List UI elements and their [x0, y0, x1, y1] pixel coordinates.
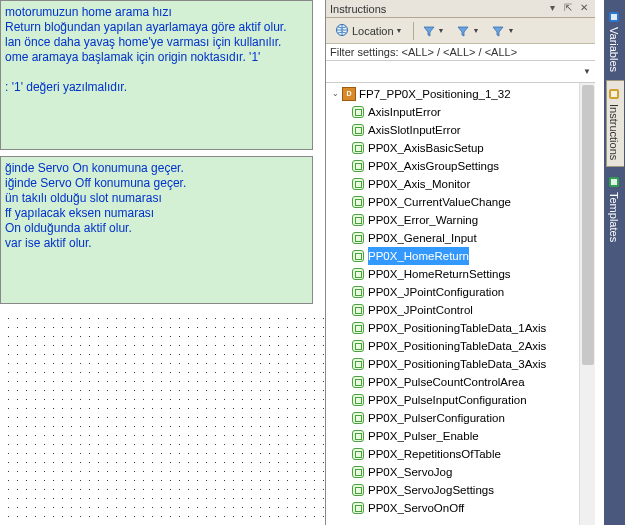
tree-item[interactable]: PP0X_PulseInputConfiguration	[352, 391, 595, 409]
scrollbar[interactable]	[579, 83, 595, 525]
panel-pin-icon[interactable]: ⇱	[561, 2, 575, 16]
tree-item[interactable]: PP0X_General_Input	[352, 229, 595, 247]
function-block-icon	[352, 304, 364, 316]
tree-item-label: PP0X_JPointConfiguration	[368, 283, 504, 301]
tree-item-label: AxisSlotInputError	[368, 121, 461, 139]
function-block-icon	[352, 394, 364, 406]
tree-item-label: PP0X_HomeReturnSettings	[368, 265, 511, 283]
search-dropdown-icon[interactable]: ▼	[579, 67, 595, 76]
function-block-icon	[352, 358, 364, 370]
library-icon: D	[342, 87, 356, 101]
tab-icon	[607, 175, 621, 189]
tree-item-label: PP0X_HomeReturn	[368, 247, 469, 265]
tree-item[interactable]: PP0X_PositioningTableData_2Axis	[352, 337, 595, 355]
tree-item[interactable]: PP0X_PulseCountControlArea	[352, 373, 595, 391]
function-block-icon	[352, 448, 364, 460]
collapse-icon[interactable]: ⌄	[332, 85, 342, 103]
chevron-down-icon: ▼	[396, 27, 403, 34]
tree-item[interactable]: AxisSlotInputError	[352, 121, 595, 139]
tree-item-label: PP0X_PulseInputConfiguration	[368, 391, 527, 409]
filter-3-button[interactable]: ▼	[486, 22, 519, 40]
comment-line: ün takılı olduğu slot numarası	[5, 191, 308, 206]
tree-view: ⌄ D FP7_PP0X_Positioning_1_32 AxisInputE…	[326, 83, 595, 525]
tree-item[interactable]: PP0X_RepetitionsOfTable	[352, 445, 595, 463]
comment-line: ome aramaya başlamak için origin noktası…	[5, 50, 308, 65]
tree-item[interactable]: PP0X_Axis_Monitor	[352, 175, 595, 193]
tree-item-label: PP0X_Error_Warning	[368, 211, 478, 229]
tree-item[interactable]: PP0X_CurrentValueChange	[352, 193, 595, 211]
tree-item[interactable]: PP0X_AxisGroupSettings	[352, 157, 595, 175]
tree-item-label: PP0X_General_Input	[368, 229, 477, 247]
side-tab-templates[interactable]: Templates	[606, 169, 624, 248]
tree-item[interactable]: PP0X_ServoJogSettings	[352, 481, 595, 499]
location-button[interactable]: Location ▼	[330, 21, 408, 41]
comment-line: Return bloğundan yapılan ayarlamaya göre…	[5, 20, 308, 35]
function-block-icon	[352, 250, 364, 262]
comment-line: iğinde Servo Off konumuna geçer.	[5, 176, 308, 191]
funnel-icon	[491, 24, 505, 38]
tab-icon	[607, 87, 621, 101]
tree-item-label: PP0X_PositioningTableData_3Axis	[368, 355, 546, 373]
comment-line: lan önce daha yavaş home'ye varması için…	[5, 35, 308, 50]
tree-root[interactable]: ⌄ D FP7_PP0X_Positioning_1_32	[330, 85, 595, 103]
tree-item[interactable]: PP0X_PulserConfiguration	[352, 409, 595, 427]
funnel-icon	[456, 24, 470, 38]
tree-item[interactable]: PP0X_JPointConfiguration	[352, 283, 595, 301]
side-tab-instructions[interactable]: Instructions	[606, 80, 624, 167]
panel-titlebar: Instructions ▾ ⇱ ✕	[326, 0, 595, 18]
tree-item-label: PP0X_PulserConfiguration	[368, 409, 505, 427]
panel-menu-icon[interactable]: ▾	[545, 2, 559, 16]
separator	[413, 22, 414, 40]
editor-area: motorumuzun home arama hızıReturn bloğun…	[0, 0, 325, 525]
tree-item[interactable]: AxisInputError	[352, 103, 595, 121]
comment-line: On olduğunda aktif olur.	[5, 221, 308, 236]
tree-item-label: AxisInputError	[368, 103, 441, 121]
tree-item[interactable]: PP0X_Pulser_Enable	[352, 427, 595, 445]
comment-line: var ise aktif olur.	[5, 236, 308, 251]
ladder-grid[interactable]	[0, 310, 325, 525]
function-block-icon	[352, 232, 364, 244]
side-tab-label: Templates	[608, 192, 620, 242]
tree-item[interactable]: PP0X_ServoOnOff	[352, 499, 595, 517]
tree-item-label: PP0X_PulseCountControlArea	[368, 373, 525, 391]
function-block-icon	[352, 412, 364, 424]
side-tab-label: Instructions	[608, 104, 620, 160]
comment-line: ff yapılacak eksen numarası	[5, 206, 308, 221]
comment-line: ğinde Servo On konumuna geçer.	[5, 161, 308, 176]
tree-item[interactable]: PP0X_PositioningTableData_1Axis	[352, 319, 595, 337]
comment-line	[5, 65, 308, 80]
side-tab-variables[interactable]: Variables	[606, 4, 624, 78]
function-block-icon	[352, 340, 364, 352]
tree-item[interactable]: PP0X_PositioningTableData_3Axis	[352, 355, 595, 373]
filter-settings-text: Filter settings: <ALL> / <ALL> / <ALL>	[326, 44, 595, 61]
function-block-icon	[352, 484, 364, 496]
svg-rect-6	[611, 179, 617, 185]
filter-2-button[interactable]: ▼	[451, 22, 484, 40]
comment-block-2: ğinde Servo On konumuna geçer.iğinde Ser…	[0, 156, 313, 304]
filter-1-button[interactable]: ▼	[417, 22, 450, 40]
tree-item-label: PP0X_Pulser_Enable	[368, 427, 479, 445]
tree-item[interactable]: PP0X_ServoJog	[352, 463, 595, 481]
tree-item-label: PP0X_AxisBasicSetup	[368, 139, 484, 157]
tree-item[interactable]: PP0X_HomeReturnSettings	[352, 265, 595, 283]
tree-item-label: PP0X_PositioningTableData_1Axis	[368, 319, 546, 337]
svg-rect-2	[611, 14, 617, 20]
close-icon[interactable]: ✕	[577, 2, 591, 16]
tree-item[interactable]: PP0X_JPointControl	[352, 301, 595, 319]
tree-item[interactable]: PP0X_HomeReturn	[352, 247, 595, 265]
tree-item[interactable]: PP0X_Error_Warning	[352, 211, 595, 229]
tree-item-label: PP0X_AxisGroupSettings	[368, 157, 499, 175]
panel-title-text: Instructions	[330, 3, 386, 15]
search-input[interactable]	[326, 64, 579, 80]
tree-item[interactable]: PP0X_AxisBasicSetup	[352, 139, 595, 157]
tree-item-label: PP0X_JPointControl	[368, 301, 473, 319]
function-block-icon	[352, 286, 364, 298]
scrollbar-thumb[interactable]	[582, 85, 594, 365]
tree-item-label: PP0X_PositioningTableData_2Axis	[368, 337, 546, 355]
tree-item-label: PP0X_Axis_Monitor	[368, 175, 470, 193]
function-block-icon	[352, 268, 364, 280]
instructions-panel: Instructions ▾ ⇱ ✕ Location ▼ ▼ ▼ ▼ Filt…	[325, 0, 595, 525]
tab-icon	[607, 10, 621, 24]
panel-toolbar: Location ▼ ▼ ▼ ▼	[326, 18, 595, 44]
globe-icon	[335, 23, 349, 39]
